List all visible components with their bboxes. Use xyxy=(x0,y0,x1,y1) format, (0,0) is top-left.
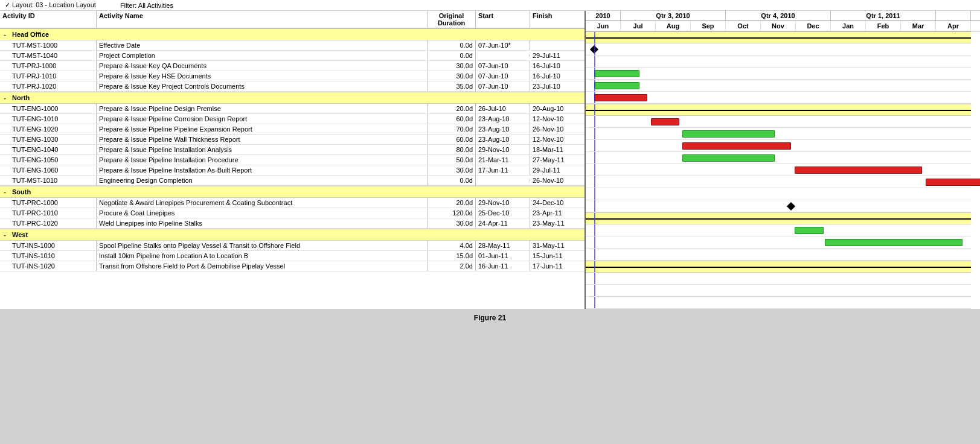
gantt-header-months: JunJulAugSepOctNovDecJanFebMarApr xyxy=(586,21,980,31)
cell-orig-duration: 35.0d xyxy=(428,81,476,91)
cell-start: 07-Jun-10 xyxy=(476,61,530,71)
table-row[interactable]: TUT-ENG-1040 Prepare & Issue Pipeline In… xyxy=(0,145,584,155)
table-row[interactable]: TUT-PRC-1000 Negotiate & Award Linepipes… xyxy=(0,198,584,208)
table-row[interactable]: TUT-INS-1010 Install 10km Pipeline from … xyxy=(0,251,584,261)
cell-activity-name: Transit from Offshore Field to Port & De… xyxy=(97,261,428,271)
table-row[interactable]: TUT-PRC-1020 Weld Linepipes into Pipelin… xyxy=(0,218,584,229)
cell-activity-id: TUT-PRC-1020 xyxy=(0,218,97,228)
gantt-bar xyxy=(795,227,824,234)
cell-start: 21-Mar-11 xyxy=(476,155,530,165)
gantt-month-label: Jan xyxy=(831,21,866,31)
cell-activity-id: TUT-PRJ-1020 xyxy=(0,81,97,91)
gantt-header-quarters: 2010Qtr 3, 2010Qtr 4, 2010Qtr 1, 2011 xyxy=(586,11,980,21)
table-row[interactable]: TUT-INS-1000 Spool Pipeline Stalks onto … xyxy=(0,241,584,251)
table-row[interactable]: TUT-MST-1010 Engineering Design Completi… xyxy=(0,176,584,186)
gantt-data-row xyxy=(586,236,971,249)
cell-activity-id: TUT-ENG-1040 xyxy=(0,145,97,154)
today-line xyxy=(594,128,595,139)
gantt-month-label: Aug xyxy=(656,21,691,31)
table-row[interactable]: TUT-PRJ-1010 Prepare & Issue Key HSE Doc… xyxy=(0,71,584,81)
gantt-bar xyxy=(682,154,775,162)
today-line xyxy=(594,68,595,79)
gantt-data-row xyxy=(586,43,971,56)
cell-orig-duration: 20.0d xyxy=(428,104,476,113)
gantt-group-row-west xyxy=(586,261,971,273)
gantt-rows xyxy=(586,31,980,309)
cell-start: 24-Apr-11 xyxy=(476,218,530,228)
table-row[interactable]: TUT-PRJ-1000 Prepare & Issue Key QA Docu… xyxy=(0,61,584,71)
group-collapse-north[interactable]: - xyxy=(0,94,10,101)
cell-finish: 12-Nov-10 xyxy=(530,135,584,144)
cell-orig-duration: 30.0d xyxy=(428,61,476,71)
cell-start: 23-Aug-10 xyxy=(476,135,530,144)
table-row[interactable]: TUT-INS-1020 Transit from Offshore Field… xyxy=(0,261,584,271)
gantt-quarter-label: Qtr 1, 2011 xyxy=(831,11,936,21)
col-header-activity-name: Activity Name xyxy=(97,11,428,28)
content-area: Activity ID Activity Name OriginalDurati… xyxy=(0,11,980,309)
cell-finish: 18-Mar-11 xyxy=(530,145,584,154)
cell-activity-name: Prepare & Issue Pipeline Installation An… xyxy=(97,145,428,154)
cell-activity-name: Prepare & Issue Pipeline Pipeline Expans… xyxy=(97,124,428,134)
table-row[interactable]: TUT-PRC-1010 Procure & Coat Linepipes 12… xyxy=(0,208,584,218)
cell-start: 07-Jun-10 xyxy=(476,71,530,81)
gantt-data-row xyxy=(586,140,971,152)
gantt-data-row xyxy=(586,116,971,128)
group-collapse-south[interactable]: - xyxy=(0,188,10,195)
table-row[interactable]: TUT-ENG-1010 Prepare & Issue Pipeline Co… xyxy=(0,114,584,124)
gantt-month-label: Sep xyxy=(691,21,726,31)
cell-start: 07-Jun-10 xyxy=(476,81,530,91)
gantt-month-label: Oct xyxy=(726,21,761,31)
gantt-quarter-label: 2010 xyxy=(586,11,621,21)
gantt-bar xyxy=(682,130,775,138)
layout-label: ✓ Layout: 03 - Location Layout xyxy=(5,1,96,9)
cell-start xyxy=(476,54,530,57)
group-collapse-head-office[interactable]: - xyxy=(0,31,10,38)
cell-activity-id: TUT-INS-1000 xyxy=(0,241,97,250)
cell-finish xyxy=(530,44,584,46)
table-row[interactable]: TUT-MST-1040 Project Completion 0.0d 29-… xyxy=(0,51,584,61)
cell-orig-duration: 30.0d xyxy=(428,218,476,228)
cell-activity-id: TUT-ENG-1030 xyxy=(0,135,97,144)
cell-activity-name: Effective Date xyxy=(97,40,428,50)
today-line xyxy=(594,297,595,308)
cell-orig-duration: 0.0d xyxy=(428,51,476,60)
gantt-quarter-label: Qtr 4, 2010 xyxy=(726,11,831,21)
table-header: Activity ID Activity Name OriginalDurati… xyxy=(0,11,584,28)
group-label-head-office: Head Office xyxy=(10,29,51,40)
cell-orig-duration: 30.0d xyxy=(428,165,476,175)
cell-orig-duration: 70.0d xyxy=(428,124,476,134)
cell-activity-name: Engineering Design Completion xyxy=(97,176,428,185)
today-line xyxy=(594,32,595,43)
cell-finish: 15-Jun-11 xyxy=(530,251,584,261)
today-line xyxy=(594,152,595,163)
col-header-activity-id: Activity ID xyxy=(0,11,97,28)
gantt-bar xyxy=(594,70,639,77)
col-header-start: Start xyxy=(476,11,530,28)
gantt-group-line xyxy=(586,110,971,111)
today-line xyxy=(594,224,595,236)
cell-activity-name: Install 10km Pipeline from Location A to… xyxy=(97,251,428,261)
group-label-west: West xyxy=(10,229,30,240)
table-row[interactable]: TUT-MST-1000 Effective Date 0.0d 07-Jun-… xyxy=(0,40,584,51)
table-row[interactable]: TUT-ENG-1060 Prepare & Issue Pipeline In… xyxy=(0,165,584,176)
gantt-data-row xyxy=(586,128,971,140)
table-row[interactable]: TUT-ENG-1000 Prepare & Issue Pipeline De… xyxy=(0,104,584,114)
table-row[interactable]: TUT-ENG-1030 Prepare & Issue Pipeline Wa… xyxy=(0,135,584,145)
table-row[interactable]: TUT-PRJ-1020 Prepare & Issue Key Project… xyxy=(0,81,584,92)
cell-activity-id: TUT-ENG-1050 xyxy=(0,155,97,165)
cell-activity-name: Negotiate & Award Linepipes Procurement … xyxy=(97,198,428,208)
cell-start: 28-May-11 xyxy=(476,241,530,250)
table-row[interactable]: TUT-ENG-1050 Prepare & Issue Pipeline In… xyxy=(0,155,584,165)
cell-finish: 26-Nov-10 xyxy=(530,176,584,185)
cell-start: 16-Jun-11 xyxy=(476,261,530,271)
table-row[interactable]: TUT-ENG-1020 Prepare & Issue Pipeline Pi… xyxy=(0,124,584,135)
gantt-data-row xyxy=(586,273,971,285)
gantt-data-row xyxy=(586,224,971,236)
group-collapse-west[interactable]: - xyxy=(0,231,10,238)
gantt-month-label: Dec xyxy=(796,21,831,31)
cell-finish: 23-Apr-11 xyxy=(530,208,584,218)
gantt-data-row xyxy=(586,56,971,68)
gantt-data-row xyxy=(586,176,971,188)
cell-finish: 16-Jul-10 xyxy=(530,61,584,71)
cell-start: 01-Jun-11 xyxy=(476,251,530,261)
